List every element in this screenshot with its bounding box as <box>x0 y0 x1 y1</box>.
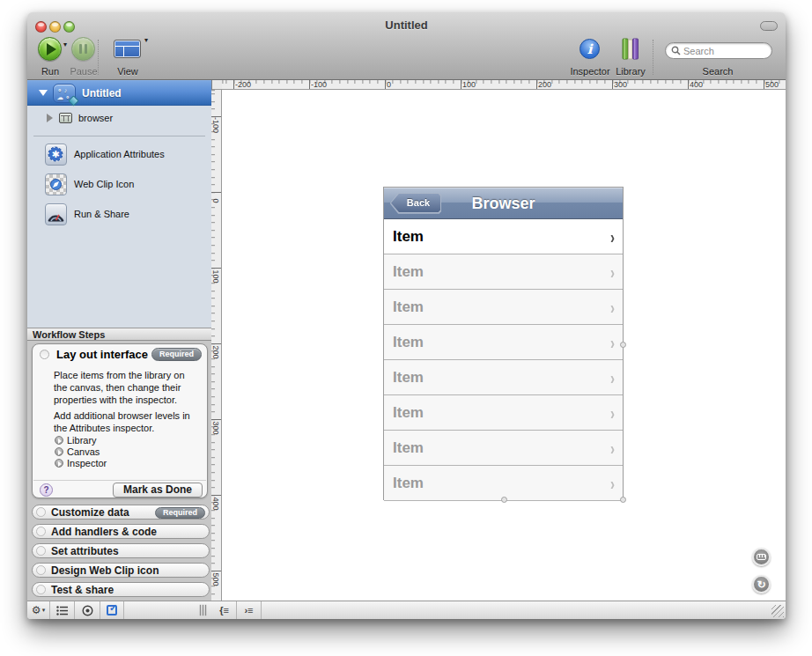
resize-handle-right[interactable] <box>620 342 626 348</box>
run-share-label: Run & Share <box>74 209 129 219</box>
pause-icon <box>71 37 95 61</box>
disclosure-closed-icon[interactable] <box>47 114 53 122</box>
inspector-button[interactable]: i Inspector <box>579 37 601 59</box>
workflow-active-step: Lay out interface Required Place items f… <box>32 343 208 498</box>
required-badge: Required <box>151 348 202 361</box>
mockup-list-row[interactable]: Item › <box>384 254 623 290</box>
step-label: Set attributes <box>51 545 119 557</box>
workflow-link[interactable]: Library <box>55 435 97 446</box>
mark-as-done-button[interactable]: Mark as Done <box>113 483 203 498</box>
chevron-right-icon: › <box>610 226 615 246</box>
chevron-right-icon: › <box>610 402 615 422</box>
workflow-step-collapsed[interactable]: Add handlers & code <box>32 524 210 539</box>
disclosure-open-icon[interactable] <box>39 90 48 96</box>
stack-trace-button[interactable]: ›≡ <box>237 601 262 619</box>
mockup-list-row[interactable]: Item › <box>384 466 623 501</box>
view-icon <box>114 40 141 58</box>
row-label: Item <box>393 228 424 246</box>
toolbar-toggle-button[interactable] <box>760 21 778 31</box>
web-clip-icon <box>45 173 67 195</box>
browser-mockup[interactable]: Browser Back Item › Item › Item › Item ›… <box>383 187 624 500</box>
ruler-label: 400 <box>211 491 220 516</box>
step-label: Design Web Clip icon <box>51 564 159 577</box>
step-status-circle <box>36 565 46 575</box>
library-label: Library <box>602 66 660 77</box>
design-canvas[interactable]: Browser Back Item › Item › Item › Item ›… <box>222 90 786 601</box>
mockup-list-row[interactable]: Item › <box>384 431 623 466</box>
mockup-list-row[interactable]: Item › <box>384 219 623 254</box>
project-icon: ⚬ ♪ ☁ ⚬ <box>53 84 76 103</box>
chevron-right-icon: › <box>610 297 615 316</box>
record-target-button[interactable] <box>75 601 100 619</box>
run-share-gauge-icon <box>45 203 67 225</box>
rotate-icon: ↻ <box>757 579 765 590</box>
run-button[interactable]: ▾ Run <box>38 37 63 61</box>
workflow-step-collapsed[interactable]: Design Web Clip icon <box>32 563 210 578</box>
browser-label: browser <box>78 113 113 123</box>
ruler-toggle-button[interactable] <box>752 548 771 566</box>
link-bullet-icon <box>55 447 63 456</box>
workflow-link[interactable]: Inspector <box>55 458 107 468</box>
run-dropdown-arrow[interactable]: ▾ <box>63 41 67 48</box>
workflow-step-collapsed[interactable]: Customize data Required <box>32 505 210 520</box>
mockup-list-row[interactable]: Item › <box>384 395 623 431</box>
link-label: Canvas <box>67 446 100 457</box>
sidebar-item-browser[interactable]: browser <box>27 106 211 129</box>
view-dropdown-arrow[interactable]: ▾ <box>144 36 148 44</box>
list-view-button[interactable] <box>50 601 75 619</box>
step-title: Lay out interface <box>56 348 148 361</box>
pause-button[interactable]: Pause <box>71 37 96 61</box>
title-bar[interactable]: Untitled <box>27 12 786 37</box>
ruler-label: -100 <box>211 113 220 137</box>
step-status-circle[interactable] <box>40 350 49 359</box>
search-input[interactable] <box>683 46 763 56</box>
mockup-header[interactable]: Browser Back <box>384 188 623 219</box>
row-label: Item <box>393 439 424 457</box>
project-label: Untitled <box>82 87 122 100</box>
sidebar-item-application-attributes[interactable]: ✱ Application Attributes <box>27 142 211 166</box>
workflow-link[interactable]: Canvas <box>55 446 100 457</box>
workflow-step-collapsed[interactable]: Test & share <box>32 582 210 597</box>
web-clip-icon-label: Web Clip Icon <box>74 179 134 189</box>
back-button-label: Back <box>391 194 440 212</box>
gear-icon: ⚙ <box>32 605 41 615</box>
steps-source-button[interactable]: {≡ <box>212 601 237 619</box>
resize-handle-bottom[interactable] <box>501 497 507 503</box>
link-label: Library <box>67 435 97 446</box>
workflow-step-collapsed[interactable]: Set attributes <box>32 543 210 558</box>
back-button[interactable]: Back <box>390 193 441 213</box>
sidebar-item-project[interactable]: ⚬ ♪ ☁ ⚬ Untitled <box>27 80 211 106</box>
sidebar-item-run-share[interactable]: Run & Share <box>27 202 211 226</box>
list-icon <box>56 606 68 615</box>
ruler-label: 300 <box>211 416 220 440</box>
ruler-label: 300 <box>614 80 627 89</box>
step-label: Test & share <box>51 584 114 596</box>
braces-list-icon: {≡ <box>219 605 229 615</box>
gear-menu-button[interactable]: ⚙▾ <box>27 601 50 619</box>
vertical-ruler: -1000100200300400500 <box>211 90 222 601</box>
search-field[interactable] <box>665 42 772 59</box>
step-paragraph: Place items from the library on the canv… <box>54 369 200 406</box>
ruler-label: 0 <box>387 80 391 89</box>
indent-list-icon: ›≡ <box>244 605 253 615</box>
step-status-circle <box>36 527 46 536</box>
library-button[interactable]: Library <box>619 37 642 63</box>
workflow-panel: Lay out interface Required Place items f… <box>27 341 211 601</box>
mockup-list-row[interactable]: Item › <box>384 325 623 360</box>
window-chrome: Untitled ▾ Run Pause ▾ View i Inspector <box>27 12 786 80</box>
mockup-list-row[interactable]: Item › <box>384 290 623 325</box>
rotate-button[interactable]: ↻ <box>752 575 771 593</box>
help-button[interactable]: ? <box>40 483 53 497</box>
window-resize-grip[interactable] <box>771 605 784 617</box>
view-label: View <box>96 66 159 77</box>
sidebar-divider <box>33 136 205 136</box>
step-footer-divider <box>33 480 206 481</box>
workflow-steps-header: Workflow Steps <box>27 328 211 341</box>
pane-drag-grip[interactable] <box>200 605 210 615</box>
resize-handle-corner[interactable] <box>620 497 626 503</box>
ruler-label: 100 <box>462 80 476 89</box>
sidebar-item-web-clip-icon[interactable]: Web Clip Icon <box>27 172 211 196</box>
edit-check-button[interactable] <box>100 601 124 619</box>
view-button[interactable]: ▾ View <box>114 37 142 58</box>
mockup-list-row[interactable]: Item › <box>384 360 623 395</box>
